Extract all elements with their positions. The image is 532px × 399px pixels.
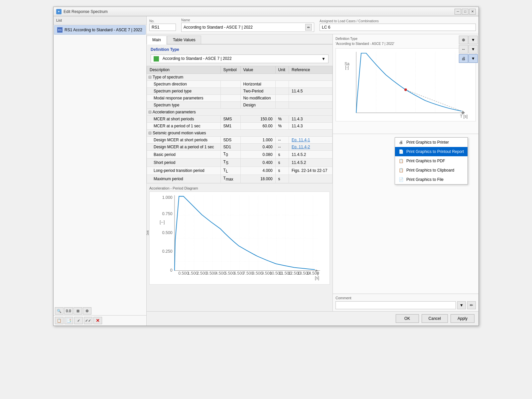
- report-icon: 📄: [398, 149, 404, 154]
- name-edit-button[interactable]: ✏: [305, 24, 312, 31]
- col-unit: Unit: [275, 66, 289, 74]
- unit-mcer-1sec: %: [275, 123, 289, 130]
- list-item[interactable]: RS RS1 According to Standard - ASCE 7 | …: [54, 25, 146, 35]
- col-value: Value: [240, 66, 275, 74]
- menu-label-printer: Print Graphics to Printer: [406, 140, 449, 145]
- comment-label: Comment: [335, 296, 476, 300]
- desc-spectrum-direction: Spectrum direction: [147, 81, 221, 88]
- group-seismic: ⊟ Seismic ground motion values: [147, 130, 332, 137]
- val-modal-response[interactable]: No modification: [240, 95, 275, 102]
- no-group: No. RS1: [149, 19, 176, 31]
- pan-button[interactable]: ↔: [459, 45, 468, 54]
- svg-text:4.500: 4.500: [215, 271, 225, 276]
- zoom-button[interactable]: ⊕: [459, 36, 468, 44]
- table-row: MCER at a period of 1 sec SM1 60.00 % 11…: [147, 123, 332, 130]
- minimize-button[interactable]: ─: [455, 9, 461, 15]
- menu-item-file[interactable]: 📄 Print Graphics to File: [395, 175, 467, 184]
- val-design-mcer-short[interactable]: 1.000: [240, 137, 275, 144]
- delete-button[interactable]: ✕: [93, 317, 102, 324]
- val-spectrum-type[interactable]: Design: [240, 102, 275, 109]
- val-max-period[interactable]: 18.000: [240, 175, 275, 183]
- chart-panel: Definition Type 'According to Standard -…: [333, 34, 478, 311]
- menu-item-pdf[interactable]: 📋 Print Graphics to PDF: [395, 156, 467, 166]
- svg-rect-0: [175, 195, 318, 271]
- tab-table-values[interactable]: Table Values: [167, 36, 201, 44]
- val-mcer-1sec[interactable]: 60.00: [240, 123, 275, 130]
- left-panel: List RS RS1 According to Standard - ASCE…: [54, 16, 147, 326]
- unit-mcer-short: %: [275, 116, 289, 123]
- val-spectrum-direction[interactable]: Horizontal: [240, 81, 275, 88]
- table-row: Basic period T0 0.080 s 11.4.5.2: [147, 151, 332, 159]
- sym-modal-response: [220, 95, 240, 102]
- svg-text:[s]: [s]: [315, 275, 319, 280]
- main-chart-svg: Sa [--] T [s] 0 0.250 0.500: [150, 192, 330, 284]
- collapse-accel-button[interactable]: ⊟: [148, 110, 152, 114]
- svg-text:T [s]: T [s]: [460, 114, 468, 119]
- definition-type-row: According to Standard - ASCE 7 | 2022 ▼: [147, 53, 332, 66]
- unit-design-mcer-1sec: --: [275, 144, 289, 151]
- ok-button[interactable]: OK: [396, 314, 419, 323]
- svg-text:0.250: 0.250: [162, 249, 173, 254]
- number-button[interactable]: 0.0: [64, 307, 73, 315]
- preview-chart: Definition Type 'According to Standard -…: [333, 34, 478, 134]
- close-button[interactable]: ✕: [469, 9, 476, 15]
- menu-item-printer[interactable]: 🖨 Print Graphics to Printer: [395, 138, 467, 147]
- check-button[interactable]: ✓: [74, 317, 83, 324]
- table-row: Spectrum direction Horizontal: [147, 81, 332, 88]
- ref-mcer-1sec: 11.4.3: [289, 123, 332, 130]
- main-content: Main Table Values Definition Type Accord…: [147, 34, 478, 311]
- print-button[interactable]: 🖨: [459, 54, 468, 63]
- ref-long-period-trans: Figs. 22-14 to 22-17: [289, 167, 332, 175]
- apply-button[interactable]: Apply: [451, 314, 474, 323]
- menu-item-clipboard[interactable]: 📋 Print Graphics to Clipboard: [395, 166, 467, 175]
- sym-long-period-trans: TL: [220, 167, 240, 175]
- desc-spectrum-type: Spectrum type: [147, 102, 221, 109]
- collapse-button[interactable]: ⊟: [148, 75, 152, 79]
- preview-svg: Sa [-] T [s]: [336, 49, 475, 121]
- desc-basic-period: Basic period: [147, 151, 221, 159]
- desc-design-mcer-short: Design MCER at short periods: [147, 137, 221, 144]
- name-text: According to Standard - ASCE 7 | 2022: [184, 25, 253, 30]
- sym-mcer-short: SMS: [220, 116, 240, 123]
- val-short-period[interactable]: 0.400: [240, 159, 275, 167]
- col-reference: Reference: [289, 66, 332, 74]
- val-long-period-trans[interactable]: 4.000: [240, 167, 275, 175]
- assigned-value: LC 6: [320, 24, 476, 31]
- ref-modal-response: [289, 95, 332, 102]
- comment-dropdown-button[interactable]: ▼: [457, 301, 466, 309]
- ref-design-mcer-short[interactable]: Eq. 11.4-1: [289, 137, 332, 144]
- assigned-label: Assigned to Load Cases / Combinations: [320, 19, 476, 23]
- cancel-button[interactable]: Cancel: [422, 314, 448, 323]
- print-dropdown[interactable]: ▼: [468, 54, 478, 63]
- ref-design-mcer-1sec[interactable]: Eq. 11.4-2: [289, 144, 332, 151]
- svg-text:1.000: 1.000: [162, 195, 173, 200]
- maximize-button[interactable]: □: [462, 9, 468, 15]
- new-button[interactable]: 📋: [55, 317, 64, 324]
- comment-input[interactable]: [335, 301, 456, 309]
- val-mcer-short[interactable]: 150.00: [240, 116, 275, 123]
- form-panel: Main Table Values Definition Type Accord…: [147, 34, 333, 311]
- val-design-mcer-1sec[interactable]: 0.400: [240, 144, 275, 151]
- desc-modal-response: Modal response parameters: [147, 95, 221, 102]
- duplicate-button[interactable]: 📑: [65, 317, 73, 324]
- search-button[interactable]: 🔍: [55, 307, 64, 315]
- view-button[interactable]: ⊞: [73, 307, 82, 315]
- val-period-type[interactable]: Two-Period: [240, 88, 275, 95]
- definition-type-dropdown[interactable]: According to Standard - ASCE 7 | 2022 ▼: [151, 55, 329, 63]
- unit-modal-response: [275, 95, 289, 102]
- svg-text:6.500: 6.500: [234, 271, 244, 276]
- zoom-dropdown[interactable]: ▼: [468, 36, 478, 44]
- pan-dropdown[interactable]: ▼: [468, 45, 478, 54]
- no-value[interactable]: RS1: [149, 24, 176, 31]
- info-row: No. RS1 Name According to Standard - ASC…: [147, 16, 478, 34]
- collapse-seismic-button[interactable]: ⊟: [148, 131, 152, 135]
- menu-item-printout-report[interactable]: 📄 Print Graphics to Printout Report: [395, 147, 467, 156]
- val-basic-period[interactable]: 0.080: [240, 151, 275, 159]
- comment-action-button[interactable]: ✏: [467, 301, 476, 309]
- settings-button[interactable]: ⚙: [83, 307, 91, 315]
- tab-main[interactable]: Main: [147, 36, 167, 45]
- renumber-button[interactable]: ✓✓: [84, 317, 92, 324]
- right-panel: No. RS1 Name According to Standard - ASC…: [147, 16, 478, 326]
- sym-short-period: TS: [220, 159, 240, 167]
- table-row: Modal response parameters No modificatio…: [147, 95, 332, 102]
